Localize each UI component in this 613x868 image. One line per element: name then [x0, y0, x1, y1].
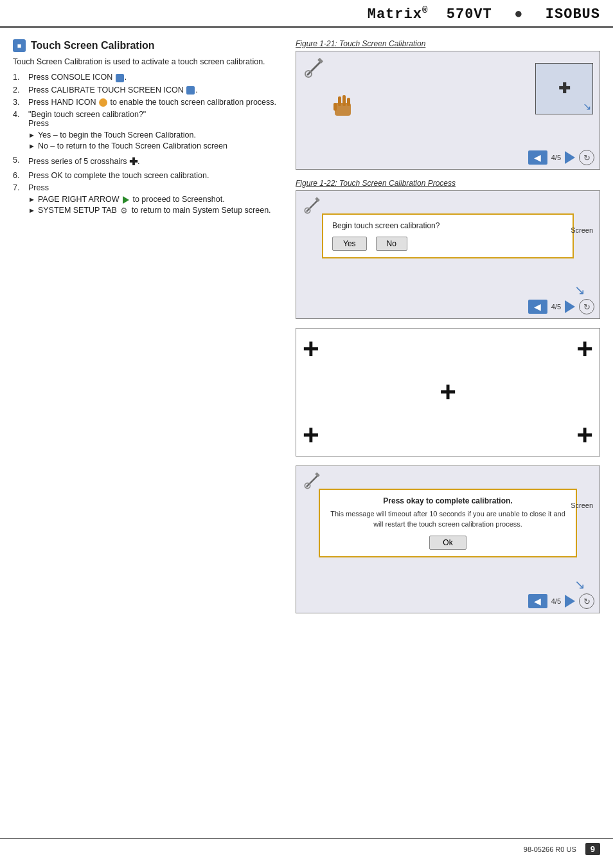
calibrate-icon [186, 86, 195, 95]
document-title: Matrix® 570VT ● ISOBUS [368, 5, 600, 23]
svg-line-8 [307, 201, 318, 212]
screen-label: Screen [571, 226, 593, 234]
calibration-dialog: Begin touch screen calibration? Yes No [322, 213, 574, 258]
crosshair-tr: + [576, 335, 593, 363]
figure-1-22: Begin touch screen calibration? Yes No S… [296, 190, 600, 319]
ok-dialog-title: Press okay to complete calibration. [328, 496, 568, 505]
right-column: Figure 1-21: Touch Screen Calibration To… [296, 39, 600, 622]
title-bus: ISOBUS [546, 6, 600, 23]
step-2: 2. Press CALIBRATE TOUCH SCREEN ICON . [13, 86, 283, 95]
touch-crosshair-symbol: ✚ [558, 80, 570, 97]
crosshair-tl: + [303, 335, 319, 363]
down-arrow-fig2: ↘ [574, 282, 585, 298]
steps-list: 1. Press CONSOLE ICON . 2. Press CALIBRA… [13, 73, 283, 217]
ok-dialog: Press okay to complete calibration. This… [319, 489, 577, 557]
step-4b: ► No – to return to the Touch Screen Cal… [28, 141, 283, 150]
title-matrix: Matrix [368, 6, 422, 23]
step-1: 1. Press CONSOLE ICON . [13, 73, 283, 82]
hand-icon-fig [332, 93, 354, 121]
step-6: 6. Press OK to complete the touch screen… [13, 171, 283, 180]
calib-question-text: Begin touch screen calibration? [332, 221, 564, 230]
nav-refresh-button[interactable]: ↻ [579, 150, 594, 165]
section-icon: ■ [13, 39, 26, 52]
crosshair-center: + [440, 376, 456, 408]
fig-ok-nav: ◀ 4/5 ↻ [528, 593, 594, 609]
touch-screen-box: ✚ ↘ [535, 63, 593, 114]
hand-icon [99, 98, 107, 107]
svg-line-0 [308, 62, 321, 75]
step-4: 4. "Begin touch screen calibration?" Pre… [13, 110, 283, 152]
step-7: 7. Press ► PAGE RIGHT ARROW to proceed t… [13, 183, 283, 217]
page-footer: 98-05266 R0 US 9 [0, 838, 613, 859]
step-4a: ► Yes – to begin the Touch Screen Calibr… [28, 131, 283, 140]
nav-page-num: 4/5 [551, 154, 561, 161]
figure-1-22-label: Figure 1-22: Touch Screen Calibration Pr… [296, 179, 600, 188]
section-heading: ■ Touch Screen Calibration [13, 39, 283, 52]
ok-button[interactable]: Ok [429, 536, 466, 550]
step-4-substeps: ► Yes – to begin the Touch Screen Calibr… [28, 131, 283, 150]
nav-page-num-ok: 4/5 [551, 597, 561, 605]
crosshair-br: + [576, 421, 593, 449]
svg-line-11 [307, 476, 318, 487]
calib-buttons: Yes No [332, 237, 564, 251]
figure-crosshairs: + + + + + [296, 328, 600, 457]
nav-back-button[interactable]: ◀ [528, 150, 547, 165]
page-number: 9 [585, 843, 600, 855]
calib-yes-button[interactable]: Yes [332, 237, 367, 251]
svg-rect-6 [347, 98, 350, 106]
page-right-arrow-icon [123, 196, 129, 204]
nav-forward-button[interactable] [565, 151, 575, 164]
title-bullet: ● [514, 6, 523, 23]
reg-symbol: ® [422, 5, 428, 15]
page-header: Matrix® 570VT ● ISOBUS [0, 0, 613, 28]
wrench-icon-fig2 [303, 196, 322, 217]
svg-rect-5 [342, 95, 346, 106]
nav-back-button-ok[interactable]: ◀ [528, 594, 547, 608]
nav-refresh-button-2[interactable]: ↻ [579, 299, 594, 314]
ok-dialog-message: This message will timeout after 10 secon… [328, 509, 568, 529]
system-setup-icon: ⚙ [120, 206, 128, 215]
nav-refresh-button-ok[interactable]: ↻ [579, 593, 594, 609]
main-content: ■ Touch Screen Calibration Touch Screen … [0, 28, 613, 629]
figure-1-21: Touch Screen ✚ ↘ [296, 51, 600, 170]
nav-back-button-2[interactable]: ◀ [528, 300, 547, 314]
intro-text: Touch Screen Calibration is used to acti… [13, 57, 283, 66]
crosshair-bl: + [303, 421, 319, 449]
calib-no-button[interactable]: No [376, 237, 407, 251]
figure-1-21-label: Figure 1-21: Touch Screen Calibration [296, 39, 600, 48]
nav-forward-button-ok[interactable] [565, 595, 575, 608]
nav-forward-button-2[interactable] [565, 300, 575, 313]
left-column: ■ Touch Screen Calibration Touch Screen … [13, 39, 283, 622]
fig2-nav: ◀ 4/5 ↻ [528, 299, 594, 314]
section-title-text: Touch Screen Calibration [31, 40, 155, 51]
nav-page-num-2: 4/5 [551, 303, 561, 311]
arrow-down-icon: ↘ [583, 100, 591, 113]
crosshair-icon: ✚ [129, 156, 138, 167]
console-icon [116, 74, 124, 82]
step-3: 3. Press HAND ICON to enable the touch s… [13, 98, 283, 107]
title-model: 570VT [447, 6, 492, 23]
step-7-substeps: ► PAGE RIGHT ARROW to proceed to Screens… [28, 195, 283, 215]
doc-number: 98-05266 R0 US [524, 845, 576, 853]
wrench-icon [303, 57, 326, 82]
step-7b: ► SYSTEM SETUP TAB ⚙ to return to main S… [28, 206, 283, 215]
step-5: 5. Press series of 5 crosshairs ✚. [13, 156, 283, 168]
figure-ok: Press okay to complete calibration. This… [296, 466, 600, 613]
svg-rect-4 [338, 96, 341, 106]
step-7a: ► PAGE RIGHT ARROW to proceed to Screens… [28, 195, 283, 204]
svg-rect-7 [333, 103, 337, 111]
fig1-nav: ◀ 4/5 ↻ [528, 150, 594, 165]
down-arrow-ok: ↘ [574, 577, 585, 592]
screen-label-ok: Screen [571, 502, 593, 509]
